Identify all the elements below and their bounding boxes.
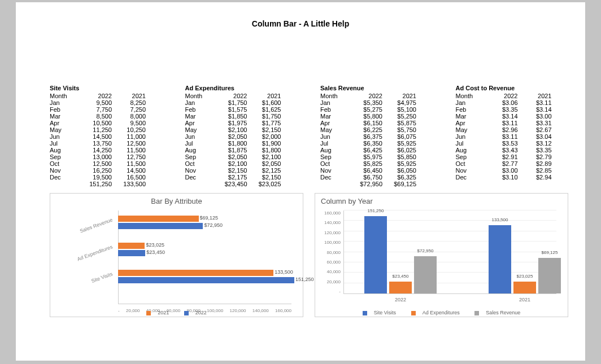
cell-month: Aug: [456, 147, 484, 154]
cell-month: Oct: [456, 160, 484, 167]
cell-2022: $1,875: [214, 147, 247, 154]
swatch-icon: [474, 311, 479, 315]
column-group: 133,500 $23,025 $69,125 2021: [480, 210, 570, 293]
cell-month: Mar: [50, 113, 78, 120]
cell-2021: $1,600: [247, 99, 281, 106]
data-label: $23,025: [508, 274, 542, 279]
cell-2021: $2,000: [247, 133, 281, 140]
table-header: Month 2022 2021: [456, 93, 569, 99]
cell-2021: 10,250: [112, 126, 146, 133]
cell-2021: $6,025: [382, 147, 416, 154]
cell-month: Nov: [50, 167, 78, 174]
cell-month: Feb: [456, 106, 484, 113]
data-tables: Site Visits Month 2022 2021 Jan 9,500 8,…: [50, 85, 568, 187]
cell-2021: 8,000: [112, 113, 146, 120]
cell-2021: $5,100: [382, 106, 416, 113]
table-row: Dec $2,175 $2,150: [185, 174, 298, 181]
cell-month: Jul: [456, 140, 484, 147]
cell-2022: $2,150: [214, 167, 247, 174]
table-row: Nov $2,150 $2,125: [185, 167, 298, 174]
cell-2022: 16,250: [78, 167, 112, 174]
table-total: 151,250 133,500: [50, 181, 163, 187]
bar-2021: $23,025: [118, 243, 145, 249]
column-bar: 133,500: [489, 225, 511, 293]
cell-2021: $1,750: [247, 113, 281, 120]
table-row: Sep $5,975 $5,850: [320, 154, 433, 160]
cell-2021: $2,150: [247, 126, 281, 133]
total-2021: 133,500: [112, 181, 146, 187]
cell-2022: $1,575: [214, 106, 247, 113]
data-label: $23,025: [146, 242, 173, 248]
header-cell: 2021: [518, 93, 552, 99]
cell-2021: $5,875: [382, 120, 416, 126]
cell-2022: $3.43: [484, 147, 518, 154]
cell-month: Mar: [185, 113, 214, 120]
table-row: Dec $6,750 $6,325: [320, 174, 433, 181]
charts-row: Bar By Attribute Sales Revenue $69,125 $…: [50, 193, 568, 317]
bar-2022: $72,950: [118, 223, 203, 229]
table-row: May $6,225 $5,750: [320, 126, 433, 133]
bar-group: Site Visits 133,500 151,250: [118, 267, 291, 288]
chart-column-by-year: Column by Year -20,00040,00060,00080,000…: [315, 193, 568, 317]
chart-title: Bar By Attribute: [50, 194, 303, 205]
cell-2021: $3.11: [518, 99, 552, 106]
cell-2022: 10,500: [78, 120, 112, 126]
header-cell: 2021: [382, 93, 416, 99]
data-label: $72,950: [204, 222, 231, 228]
cell-2021: $3.04: [518, 133, 552, 140]
table-row: Feb 7,750 7,250: [50, 106, 163, 113]
table-row: Sep $2.91 $2.79: [456, 154, 569, 160]
table-row: Apr $3.11 $3.31: [456, 120, 569, 126]
table-header: Month 2022 2021: [185, 93, 298, 99]
cell-2022: $6,750: [349, 174, 382, 181]
cell-2022: $3.53: [484, 140, 518, 147]
cell-2022: $2,175: [214, 174, 247, 181]
cell-2021: $3.35: [518, 147, 552, 154]
cell-month: Feb: [185, 106, 214, 113]
cell-month: Aug: [50, 147, 78, 154]
cell-2021: $2,150: [247, 174, 281, 181]
tick-label: 80,000: [318, 250, 341, 255]
cell-2022: 13,000: [78, 154, 112, 160]
cell-2021: $6,325: [382, 174, 416, 181]
cell-month: Sep: [456, 154, 484, 160]
total-2022: $72,950: [349, 181, 382, 187]
legend-item-site-visits: Site Visits: [359, 310, 399, 315]
cell-month: Sep: [185, 154, 214, 160]
cell-2022: $2,100: [214, 160, 247, 167]
cell-2021: $3.00: [518, 113, 552, 120]
tick-label: 160,000: [318, 210, 341, 216]
swatch-icon: [411, 311, 416, 315]
data-label: $69,125: [200, 215, 227, 221]
cell-2021: $5,925: [382, 160, 416, 167]
category-label: Sales Revenue: [53, 217, 114, 243]
table-row: Feb $1,575 $1,625: [185, 106, 298, 113]
table-row: Feb $3.35 $3.14: [456, 106, 569, 113]
table-row: Aug 14,250 11,500: [50, 147, 163, 154]
table-row: Mar $3.14 $3.00: [456, 113, 569, 120]
cell-month: Jun: [456, 133, 484, 140]
cell-month: Mar: [320, 113, 349, 120]
cell-2022: $2,050: [214, 133, 247, 140]
cell-2021: 8,250: [112, 99, 146, 106]
cell-2021: $5,925: [382, 140, 416, 147]
column-bar: $23,025: [513, 282, 536, 293]
cell-2021: $4,975: [382, 99, 416, 106]
table-row: Apr $6,150 $5,875: [320, 120, 433, 126]
data-label: $23,450: [146, 249, 173, 255]
cell-2021: 7,250: [112, 106, 146, 113]
table-title: Ad Cost to Revenue: [456, 85, 569, 91]
cell-2022: 8,500: [78, 113, 112, 120]
data-label: 133,500: [483, 217, 517, 222]
table-row: Dec 19,500 16,500: [50, 174, 163, 181]
legend-item-sales-revenue: Sales Revenue: [471, 310, 524, 315]
document-page: Column Bar - A Little Help Site Visits M…: [16, 2, 585, 361]
table-row: Mar $1,850 $1,750: [185, 113, 298, 120]
cell-2022: $3.00: [484, 167, 518, 174]
cell-2021: $5,250: [382, 113, 416, 120]
table-header: Month 2022 2021: [320, 93, 433, 99]
cell-month: Dec: [185, 174, 214, 181]
cell-month: May: [185, 126, 214, 133]
cell-2021: 11,000: [112, 133, 146, 140]
table-row: Dec $3.10 $2.94: [456, 174, 569, 181]
